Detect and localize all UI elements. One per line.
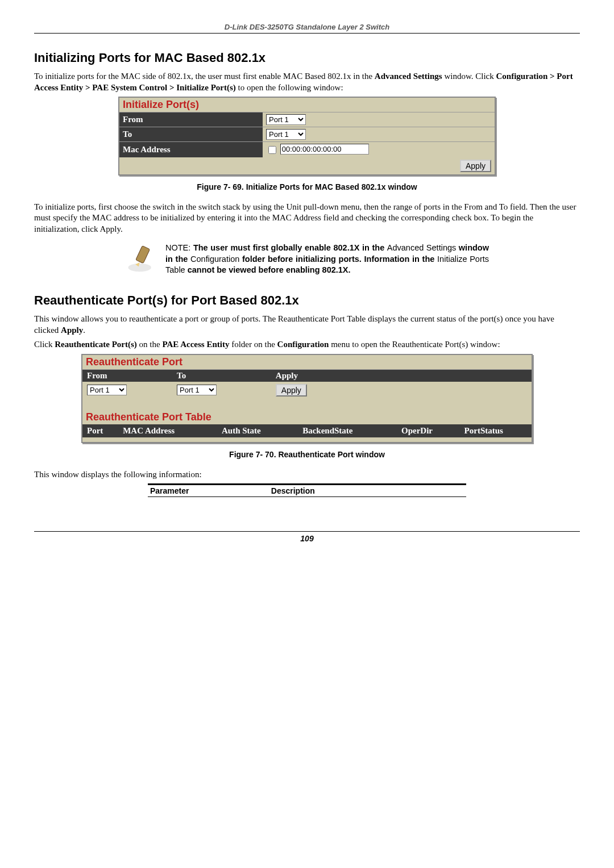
bold: folder before initializing ports. Inform… <box>242 254 437 264</box>
section2-intro: This window allows you to reauthenticate… <box>34 314 580 336</box>
col-mac: MAC Address <box>118 424 217 437</box>
widget-title: Initialize Port(s) <box>119 98 495 112</box>
text: To initialize ports for the MAC side of … <box>34 72 375 81</box>
text: Configuration <box>190 254 242 264</box>
bold: Configuration <box>277 340 329 349</box>
doc-header: D-Link DES-3250TG Standalone Layer 2 Swi… <box>34 23 580 34</box>
param-header: Parameter <box>148 485 269 497</box>
reauth-apply-button[interactable]: Apply <box>276 384 307 397</box>
section2-para2: Click Reauthenticate Port(s) on the PAE … <box>34 339 580 350</box>
text: to open the following window: <box>236 83 343 92</box>
reauth-from-select[interactable]: Port 1 <box>87 385 127 395</box>
bold: Advanced Settings <box>375 72 442 81</box>
text: folder on the <box>229 340 277 349</box>
parameter-table: Parameter Description <box>148 483 466 497</box>
to-label: To <box>119 127 263 142</box>
note-block: NOTE: The user must first globally enabl… <box>125 243 489 276</box>
section1-heading: Initializing Ports for MAC Based 802.1x <box>34 51 580 65</box>
text: window. Click <box>442 72 496 81</box>
reauth-port-widget: Reauthenticate Port From To Apply Port 1… <box>81 354 533 443</box>
col-operdir: OperDir <box>397 424 460 437</box>
figure-7-69-caption: Figure 7- 69. Initialize Ports for MAC B… <box>34 182 580 191</box>
text: on the <box>137 340 163 349</box>
bold: The user must first globally enable 802.… <box>193 243 387 252</box>
figure-7-70-caption: Figure 7- 70. Reauthenticate Port window <box>34 450 580 459</box>
desc-header: Description <box>269 485 466 497</box>
to-header: To <box>172 369 271 382</box>
from-label: From <box>119 112 263 127</box>
text: Click <box>34 340 55 349</box>
from-header: From <box>82 369 172 382</box>
apply-header: Apply <box>271 369 532 382</box>
mac-input[interactable] <box>280 144 369 155</box>
text: Advanced Settings <box>387 243 459 252</box>
page-footer: 109 <box>34 531 580 543</box>
initialize-ports-widget: Initialize Port(s) From Port 1 To Port 1… <box>118 97 496 176</box>
reauth-to-select[interactable]: Port 1 <box>177 385 217 395</box>
section2-after: This window displays the following infor… <box>34 469 580 481</box>
bold: Reauthenticate Port(s) <box>55 340 137 349</box>
text: menu to open the Reauthenticate Port(s) … <box>329 340 500 349</box>
col-backend: BackendState <box>298 424 397 437</box>
mac-label: Mac Address <box>119 142 263 157</box>
widget2-title1: Reauthenticate Port <box>82 355 532 369</box>
section2-heading: Reauthenticate Port(s) for Port Based 80… <box>34 293 580 308</box>
svg-point-0 <box>128 264 151 272</box>
from-select[interactable]: Port 1 <box>266 114 306 125</box>
note-text: NOTE: The user must first globally enabl… <box>165 243 489 276</box>
text: NOTE: <box>165 243 193 252</box>
apply-button[interactable]: Apply <box>460 160 491 172</box>
text: . <box>83 326 85 335</box>
section1-intro: To initialize ports for the MAC side of … <box>34 71 580 93</box>
widget2-title2: Reauthenticate Port Table <box>82 410 532 424</box>
col-port: Port <box>82 424 118 437</box>
to-select[interactable]: Port 1 <box>266 129 306 140</box>
bold: cannot be viewed before enabling 802.1X. <box>188 265 351 274</box>
section1-para2: To initialize ports, first choose the sw… <box>34 202 580 235</box>
mac-checkbox[interactable] <box>268 146 276 154</box>
text: This window allows you to reauthenticate… <box>34 314 554 335</box>
bold: Apply <box>61 326 83 335</box>
bold: PAE Access Entity <box>162 340 229 349</box>
col-auth: Auth State <box>217 424 298 437</box>
col-portstatus: PortStatus <box>460 424 532 437</box>
pencil-note-icon <box>125 243 156 276</box>
